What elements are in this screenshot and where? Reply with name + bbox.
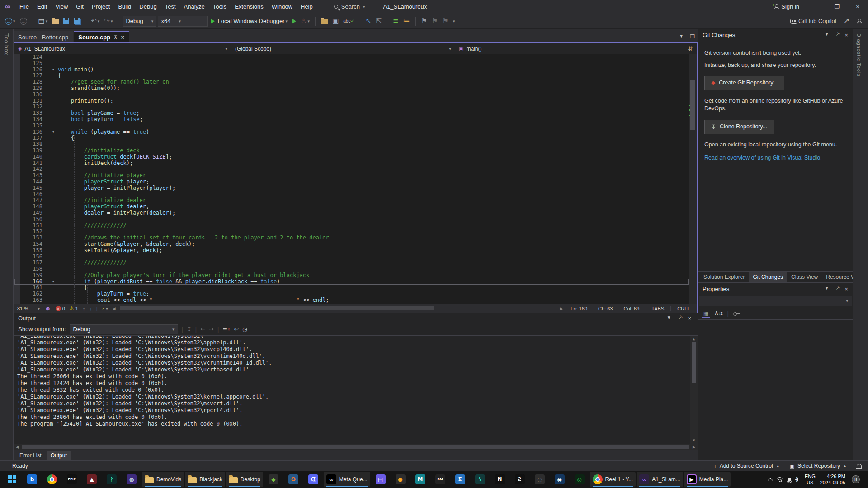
undo-button[interactable]: ↶▾ bbox=[90, 15, 101, 27]
voice-feedback-icon[interactable]: ☻ bbox=[42, 305, 53, 312]
taskbar-green-ring-app[interactable]: ◎ bbox=[570, 472, 589, 487]
code-line-127[interactable]: 127{ bbox=[14, 73, 689, 79]
pin-icon[interactable]: ⊤ bbox=[833, 285, 841, 293]
close-tab-icon[interactable]: × bbox=[121, 34, 124, 41]
feedback-button[interactable] bbox=[855, 15, 863, 27]
menu-window[interactable]: Window bbox=[268, 0, 297, 14]
taskbar-orange-app[interactable]: ● bbox=[391, 472, 410, 487]
taskbar-spinner-app[interactable]: ◌ bbox=[530, 472, 549, 487]
taskbar-notion[interactable]: N bbox=[491, 472, 509, 487]
bottom-tab-error-list[interactable]: Error List bbox=[15, 451, 46, 460]
wifi-icon[interactable] bbox=[777, 477, 783, 482]
menu-analyze[interactable]: Analyze bbox=[180, 0, 209, 14]
menu-extensions[interactable]: Extensions bbox=[231, 0, 268, 14]
code-line-148[interactable]: 148 playerStruct dealer; bbox=[14, 204, 689, 210]
window-position-dropdown-icon[interactable]: ▼ bbox=[667, 315, 671, 322]
menu-edit[interactable]: Edit bbox=[33, 0, 51, 14]
code-line-137[interactable]: 137 { bbox=[14, 135, 689, 141]
window-position-dropdown-icon[interactable]: ▼ bbox=[825, 286, 829, 292]
live-share-button[interactable]: ↗ bbox=[842, 15, 851, 27]
solution-configuration-select[interactable]: Debug▾ bbox=[123, 16, 156, 27]
tool-tab-class-view[interactable]: Class View bbox=[788, 272, 821, 282]
pin-icon[interactable]: ⊤ bbox=[833, 31, 841, 39]
hscroll-left-arrow[interactable]: ◀ bbox=[14, 445, 21, 449]
tool-tab-git-changes[interactable]: Git Changes bbox=[749, 272, 787, 282]
indent-lines-button[interactable]: ≡ bbox=[392, 15, 400, 27]
menu-help[interactable]: Help bbox=[297, 0, 317, 14]
member-dropdown[interactable]: ▣ main() bbox=[455, 43, 684, 54]
taskbar-bm-app[interactable]: BM bbox=[431, 472, 450, 487]
code-line-136[interactable]: 136▾ while (playGame == true) bbox=[14, 129, 689, 136]
taskbar-folder-desktop[interactable]: Desktop bbox=[226, 472, 263, 487]
tool-tab-solution-explorer[interactable]: Solution Explorer bbox=[700, 272, 748, 282]
outdent-lines-button[interactable]: ≔ bbox=[402, 15, 411, 27]
property-pages-key-icon[interactable] bbox=[733, 312, 740, 315]
code-line-152[interactable]: 152 bbox=[14, 229, 689, 235]
menu-git[interactable]: Git bbox=[72, 0, 88, 14]
code-line-162[interactable]: 162 playTurn = true; bbox=[14, 291, 689, 297]
word-wrap-icon[interactable]: ↩ bbox=[234, 326, 239, 333]
code-line-159[interactable]: 159 //Only play player's turn if the pla… bbox=[14, 272, 689, 279]
line-indicator[interactable]: Ln: 160 bbox=[565, 306, 593, 311]
code-line-138[interactable]: 138 bbox=[14, 141, 689, 148]
code-line-143[interactable]: 143 //initialize player bbox=[14, 173, 689, 179]
window-position-dropdown-icon[interactable]: ▼ bbox=[825, 32, 829, 38]
next-issue-button[interactable]: ↓ bbox=[87, 306, 94, 311]
code-editor[interactable]: 124125126▾void main()127{128 //get seed … bbox=[14, 54, 697, 304]
taskbar-game-crest-app[interactable]: ▲ bbox=[82, 472, 101, 487]
code-line-128[interactable]: 128 //get seed for rand() later on bbox=[14, 79, 689, 85]
diagnostic-tools-tab[interactable]: Diagnostic Tools bbox=[853, 29, 865, 81]
editor-vertical-scrollbar[interactable] bbox=[689, 54, 697, 304]
output-source-select[interactable]: Debug▾ bbox=[70, 324, 178, 334]
hscroll-right-arrow[interactable]: ▶ bbox=[690, 445, 698, 449]
taskbar-steam[interactable]: ◉ bbox=[550, 472, 569, 487]
scope-dropdown[interactable]: (Global Scope)▾ bbox=[231, 43, 455, 54]
volume-icon[interactable] bbox=[795, 477, 798, 482]
create-git-repository-button[interactable]: ◆ Create Git Repository... bbox=[704, 76, 784, 90]
char-indicator[interactable]: Ch: 63 bbox=[593, 306, 618, 311]
solution-platform-select[interactable]: x64▾ bbox=[158, 16, 208, 27]
code-line-156[interactable]: 156 bbox=[14, 254, 689, 260]
taskbar-blue-sphere-app[interactable]: b bbox=[23, 472, 42, 487]
notifications-bell-icon[interactable] bbox=[857, 464, 862, 468]
hscroll-right-arrow[interactable]: ▶ bbox=[557, 306, 565, 311]
output-window-button[interactable]: ▣ bbox=[331, 15, 340, 27]
clock[interactable]: 4:26 PM2024-09-05 bbox=[820, 473, 845, 486]
taskbar-github-desktop[interactable]: ◍ bbox=[122, 472, 141, 487]
code-line-146[interactable]: 146 bbox=[14, 192, 689, 198]
column-indicator[interactable]: Col: 69 bbox=[618, 306, 645, 311]
warning-count-badge[interactable]: ⚠ 1 bbox=[67, 305, 80, 311]
code-line-163[interactable]: 163 cout << endl << "-------------------… bbox=[14, 297, 689, 304]
pin-tab-icon[interactable]: ⊼ bbox=[114, 35, 117, 40]
notification-center-button[interactable]: 8 bbox=[850, 474, 862, 485]
code-line-149[interactable]: 149 dealer = initPlayer(dealer); bbox=[14, 210, 689, 216]
scrollbar-thumb[interactable] bbox=[690, 80, 695, 130]
close-icon[interactable]: × bbox=[688, 315, 691, 322]
close-icon[interactable]: × bbox=[844, 32, 848, 38]
active-files-dropdown-icon[interactable]: ▼ bbox=[679, 33, 684, 40]
save-button[interactable] bbox=[62, 15, 71, 27]
taskbar-folder-blackjack[interactable]: Blackjack bbox=[185, 472, 225, 487]
split-window-icon[interactable]: ❐ bbox=[690, 33, 695, 40]
code-line-145[interactable]: 145 player = initPlayer(player); bbox=[14, 185, 689, 192]
clone-repository-button[interactable]: ↧ Clone Repository... bbox=[704, 120, 774, 134]
git-overview-link[interactable]: Read an overview of using Git in Visual … bbox=[704, 154, 846, 162]
taskbar-epic-games[interactable]: EPIC bbox=[62, 472, 81, 487]
selection-mode-button[interactable]: ↖ bbox=[364, 15, 373, 27]
taskbar-gem-app[interactable]: ◆ bbox=[264, 472, 283, 487]
menu-file[interactable]: File bbox=[15, 0, 33, 14]
taskbar-powershell[interactable]: Σ bbox=[451, 472, 470, 487]
minimize-button[interactable]: – bbox=[806, 0, 826, 14]
code-line-135[interactable]: 135 bbox=[14, 123, 689, 129]
taskbar-visual-studio-window[interactable]: ∞A1_SLam... bbox=[637, 472, 683, 487]
navigate-structure-button[interactable]: ⇱ bbox=[374, 15, 383, 27]
clear-all-icon[interactable]: ≣× bbox=[222, 326, 230, 333]
code-cleanup-button[interactable]: ⌁▾ bbox=[99, 305, 110, 311]
editor-horizontal-scrollbar[interactable] bbox=[120, 304, 556, 313]
taskbar-chrome[interactable] bbox=[42, 472, 61, 487]
zoom-select[interactable]: 81 %▾ bbox=[14, 306, 42, 311]
toolbar-options-button[interactable]: ▾ bbox=[452, 15, 457, 27]
select-repository-button[interactable]: ▣ Select Repository ▲ bbox=[790, 463, 847, 469]
properties-object-select[interactable]: ▾ bbox=[699, 296, 852, 306]
search-control[interactable]: Search ▾ bbox=[330, 3, 370, 10]
